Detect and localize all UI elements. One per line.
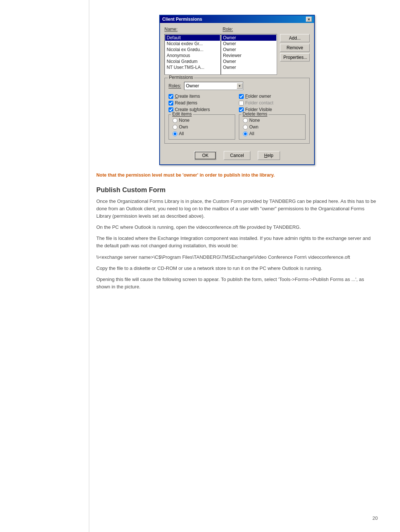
client-permissions-dialog: Client Permissions × Name: bbox=[159, 15, 315, 165]
list-item[interactable]: Reviewer bbox=[221, 53, 276, 58]
edit-own-radio[interactable] bbox=[173, 125, 177, 130]
paragraph-6: Opening this file will cause the followi… bbox=[96, 276, 378, 291]
folder-owner-label: Folder owner bbox=[245, 94, 271, 99]
dialog-body: Name: Role: Default bbox=[160, 23, 314, 147]
edit-items-group: Edit items None Own All bbox=[169, 114, 235, 140]
read-items-checkbox[interactable] bbox=[169, 101, 173, 106]
edit-all-radio[interactable] bbox=[173, 131, 177, 136]
edit-items-label: Edit items bbox=[171, 111, 193, 117]
roles-row: Roles: Owner ▼ bbox=[169, 82, 306, 90]
paragraph-1: Once the Organizational Forms Library is… bbox=[96, 198, 378, 220]
dialog-title: Client Permissions bbox=[162, 17, 202, 22]
create-items-checkbox-item: Create items bbox=[169, 94, 235, 99]
dialog-close-button[interactable]: × bbox=[306, 17, 312, 22]
permissions-group: Permissions Roles: Owner ▼ bbox=[164, 78, 310, 144]
folder-owner-checkbox[interactable] bbox=[239, 94, 244, 99]
edit-all-item: All bbox=[173, 131, 231, 136]
create-items-checkbox[interactable] bbox=[169, 94, 173, 99]
list-item[interactable]: Owner bbox=[221, 47, 276, 53]
roles-select-wrapper: Owner ▼ bbox=[184, 82, 243, 90]
dialog-titlebar: Client Permissions × bbox=[160, 16, 314, 23]
list-item[interactable]: Owner bbox=[221, 35, 276, 41]
section-title: Publish Custom Form bbox=[96, 186, 378, 194]
list-item[interactable]: NT User:TMS-LA... bbox=[165, 64, 220, 70]
read-items-label: Read items bbox=[175, 100, 197, 106]
list-item[interactable]: Owner bbox=[221, 64, 276, 70]
edit-none-item: None bbox=[173, 118, 231, 123]
folder-contact-label: Folder contact bbox=[245, 100, 273, 106]
folder-contact-checkbox[interactable] bbox=[239, 101, 244, 106]
delete-own-radio[interactable] bbox=[243, 125, 248, 130]
list-item[interactable]: Nicolai exdev Gr... bbox=[165, 41, 220, 47]
list-item[interactable]: Owner bbox=[221, 41, 276, 47]
dialog-footer: OK Cancel Help bbox=[160, 147, 314, 164]
delete-items-label: Delete items bbox=[241, 111, 269, 117]
delete-items-group: Delete items None Own All bbox=[239, 114, 306, 140]
edit-all-label: All bbox=[179, 131, 184, 136]
radio-groups-row: Edit items None Own All bbox=[169, 114, 306, 140]
delete-own-item: Own bbox=[243, 124, 301, 130]
delete-all-radio[interactable] bbox=[243, 131, 248, 136]
list-item[interactable]: Owner bbox=[221, 58, 276, 64]
edit-none-radio[interactable] bbox=[173, 118, 177, 123]
delete-own-label: Own bbox=[249, 124, 259, 130]
role-label: Role: bbox=[223, 27, 233, 32]
page-number: 20 bbox=[373, 515, 378, 521]
add-button[interactable]: Add... bbox=[280, 34, 310, 42]
properties-button[interactable]: Properties... bbox=[280, 53, 310, 61]
permissions-label: Permissions bbox=[168, 75, 194, 80]
roles-select[interactable]: Owner bbox=[184, 82, 243, 90]
action-buttons: Add... Remove Properties... bbox=[280, 27, 310, 61]
remove-button[interactable]: Remove bbox=[280, 44, 310, 52]
delete-none-item: None bbox=[243, 118, 301, 123]
list-item[interactable]: Nicolai ex Grødu... bbox=[165, 47, 220, 53]
note-text: Note that the permission level must be '… bbox=[96, 172, 378, 179]
cancel-button[interactable]: Cancel bbox=[224, 151, 250, 160]
ok-button[interactable]: OK bbox=[194, 151, 216, 160]
create-items-label: Create items bbox=[175, 94, 200, 99]
delete-all-label: All bbox=[249, 131, 254, 136]
paragraph-5: Copy the file to a diskette or CD-ROM or… bbox=[96, 265, 378, 272]
folder-owner-checkbox-item: Folder owner bbox=[239, 94, 306, 99]
help-button[interactable]: Help bbox=[258, 151, 280, 160]
list-item[interactable]: Default bbox=[165, 35, 220, 41]
users-role-listbox[interactable]: Owner Owner Owner Reviewer Owner Owner bbox=[221, 34, 277, 75]
headers-row: Name: Role: bbox=[164, 27, 277, 32]
list-item[interactable]: Anonymous bbox=[165, 53, 220, 58]
name-label: Name: bbox=[164, 27, 177, 32]
edit-none-label: None bbox=[179, 118, 190, 123]
paragraph-4: \\<exchange server name>\C$\Program File… bbox=[96, 254, 378, 261]
paragraph-3: The file is located where the Exchange I… bbox=[96, 235, 378, 250]
folder-contact-checkbox-item: Folder contact bbox=[239, 100, 306, 106]
edit-own-item: Own bbox=[173, 124, 231, 130]
users-name-listbox[interactable]: Default Nicolai exdev Gr... Nicolai ex G… bbox=[164, 34, 221, 75]
roles-label: Roles: bbox=[169, 83, 181, 88]
dialog-wrapper: Client Permissions × Name: bbox=[96, 15, 378, 165]
delete-none-radio[interactable] bbox=[243, 118, 248, 123]
sidebar-border bbox=[89, 0, 89, 532]
edit-own-label: Own bbox=[179, 124, 188, 130]
paragraph-2: On the PC where Outlook is running, open… bbox=[96, 224, 378, 231]
delete-all-item: All bbox=[243, 131, 301, 136]
list-item[interactable]: Nicolai Grødum bbox=[165, 58, 220, 64]
read-items-checkbox-item: Read items bbox=[169, 100, 235, 106]
checkboxes-grid: Create items Folder owner Read items bbox=[169, 94, 306, 112]
delete-none-label: None bbox=[249, 118, 260, 123]
